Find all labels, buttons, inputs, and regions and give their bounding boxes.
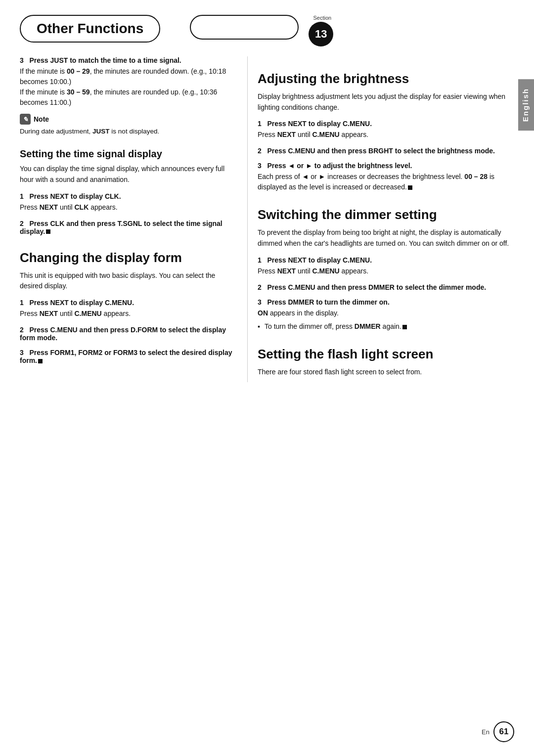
chapter-title-box: Other Functions — [20, 15, 160, 43]
dimmer-step3-body1: ON appears in the display. — [258, 308, 514, 318]
bright-step3-heading: 3 Press ◄ or ► to adjust the brightness … — [258, 162, 514, 170]
note-label: Note — [34, 115, 49, 123]
dimmer-step1-body: Press NEXT until C.MENU appears. — [258, 266, 514, 276]
time-signal-title: Setting the time signal display — [20, 148, 232, 160]
bright-step3-body: Each press of ◄ or ► increases or decrea… — [258, 172, 514, 192]
dimmer-step3-heading: 3 Press DMMER to turn the dimmer on. — [258, 298, 514, 306]
display-form-section: Changing the display form This unit is e… — [20, 250, 232, 364]
display-step2-heading: 2 Press C.MENU and then press D.FORM to … — [20, 326, 232, 342]
step3-body1: If the minute is 00 – 29, the minutes ar… — [20, 66, 232, 108]
dimmer-section: Switching the dimmer setting To prevent … — [258, 207, 514, 331]
bright-step2-heading: 2 Press C.MENU and then press BRGHT to s… — [258, 147, 514, 155]
dimmer-bullet: To turn the dimmer off, press DMMER agai… — [258, 321, 514, 332]
tab-connector — [190, 15, 299, 40]
flash-title: Setting the flash light screen — [258, 347, 514, 362]
flash-section: Setting the flash light screen There are… — [258, 347, 514, 378]
brightness-section: Adjusting the brightness Display brightn… — [258, 71, 514, 192]
brightness-title: Adjusting the brightness — [258, 71, 514, 87]
note-icon: ✎ — [20, 114, 31, 125]
dimmer-intro: To prevent the display from being too br… — [258, 227, 514, 249]
brightness-intro: Display brightness adjustment lets you a… — [258, 91, 514, 113]
language-sidebar: English — [518, 79, 534, 131]
end-mark4 — [402, 325, 407, 329]
bright-step1-body: Press NEXT until C.MENU appears. — [258, 130, 514, 140]
display-step1-heading: 1 Press NEXT to display C.MENU. — [20, 299, 232, 307]
display-form-title: Changing the display form — [20, 250, 232, 266]
time-signal-intro: You can display the time signal display,… — [20, 164, 232, 185]
end-mark — [46, 229, 50, 234]
end-mark2 — [38, 359, 43, 363]
display-step1-body: Press NEXT until C.MENU appears. — [20, 309, 232, 319]
display-step3-heading: 3 Press FORM1, FORM2 or FORM3 to select … — [20, 349, 232, 364]
header: Other Functions Section 13 — [0, 0, 534, 46]
note-body: During date adjustment, JUST is not disp… — [20, 127, 232, 136]
display-form-intro: This unit is equipped with two basic dis… — [20, 270, 232, 292]
time-signal-section: Setting the time signal display You can … — [20, 148, 232, 235]
section-badge-container: Section 13 — [309, 15, 333, 46]
note-header: ✎ Note — [20, 114, 232, 125]
dimmer-step1-heading: 1 Press NEXT to display C.MENU. — [258, 256, 514, 264]
page-number: 61 — [493, 721, 514, 742]
dimmer-step2-heading: 2 Press C.MENU and then press DMMER to s… — [258, 283, 514, 291]
bright-step1-heading: 1 Press NEXT to display C.MENU. — [258, 120, 514, 128]
main-content: 3 Press JUST to match the time to a time… — [0, 46, 534, 392]
right-column: Adjusting the brightness Display brightn… — [247, 56, 514, 382]
chapter-title: Other Functions — [37, 21, 143, 36]
time-step2-heading: 2 Press CLK and then press T.SGNL to sel… — [20, 220, 232, 235]
flash-intro: There are four stored flash light screen… — [258, 367, 514, 378]
footer: En 61 — [0, 721, 534, 742]
note-box: ✎ Note During date adjustment, JUST is n… — [20, 114, 232, 136]
step3-heading: 3 Press JUST to match the time to a time… — [20, 56, 232, 64]
end-mark3 — [408, 185, 412, 190]
section-number: 13 — [309, 22, 333, 46]
footer-en-label: En — [482, 728, 490, 736]
left-column: 3 Press JUST to match the time to a time… — [20, 56, 247, 382]
time-step1-body: Press NEXT until CLK appears. — [20, 202, 232, 213]
dimmer-title: Switching the dimmer setting — [258, 207, 514, 222]
time-step1-heading: 1 Press NEXT to display CLK. — [20, 192, 232, 200]
section-label: Section — [313, 15, 332, 21]
page: Other Functions Section 13 English 3 Pre… — [0, 0, 534, 756]
